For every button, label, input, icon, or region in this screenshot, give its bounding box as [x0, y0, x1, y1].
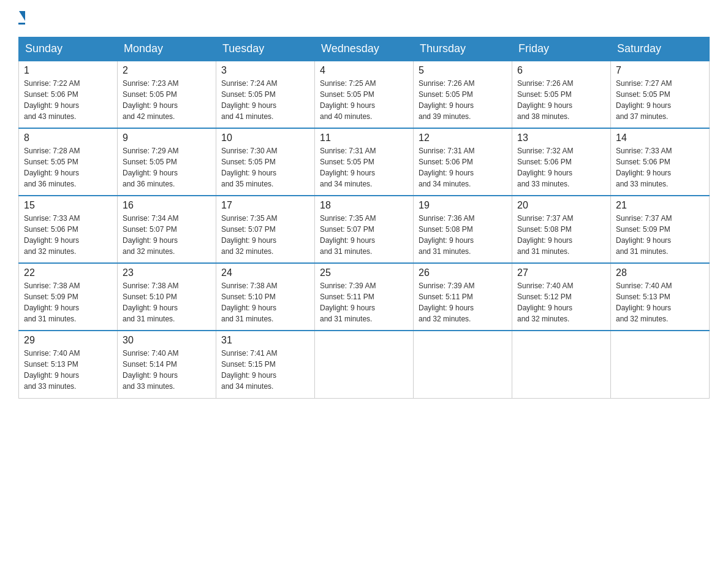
day-info: Sunrise: 7:24 AM Sunset: 5:05 PM Dayligh…: [221, 78, 309, 122]
day-info: Sunrise: 7:35 AM Sunset: 5:07 PM Dayligh…: [320, 213, 408, 257]
calendar-cell: 8 Sunrise: 7:28 AM Sunset: 5:05 PM Dayli…: [19, 128, 118, 196]
day-info: Sunrise: 7:40 AM Sunset: 5:13 PM Dayligh…: [616, 280, 704, 324]
calendar-cell: 27 Sunrise: 7:40 AM Sunset: 5:12 PM Dayl…: [512, 263, 611, 331]
day-info: Sunrise: 7:32 AM Sunset: 5:06 PM Dayligh…: [517, 145, 605, 190]
day-info: Sunrise: 7:38 AM Sunset: 5:09 PM Dayligh…: [24, 280, 112, 324]
day-number: 26: [419, 267, 507, 278]
calendar-cell: 14 Sunrise: 7:33 AM Sunset: 5:06 PM Dayl…: [611, 128, 710, 196]
calendar-cell: 21 Sunrise: 7:37 AM Sunset: 5:09 PM Dayl…: [611, 196, 710, 263]
day-info: Sunrise: 7:31 AM Sunset: 5:05 PM Dayligh…: [320, 145, 408, 190]
calendar-cell: 24 Sunrise: 7:38 AM Sunset: 5:10 PM Dayl…: [216, 263, 315, 331]
header-saturday: Saturday: [611, 37, 710, 61]
calendar-week-1: 1 Sunrise: 7:22 AM Sunset: 5:06 PM Dayli…: [19, 61, 710, 128]
day-info: Sunrise: 7:39 AM Sunset: 5:11 PM Dayligh…: [419, 280, 507, 324]
day-info: Sunrise: 7:31 AM Sunset: 5:06 PM Dayligh…: [419, 145, 507, 190]
day-info: Sunrise: 7:39 AM Sunset: 5:11 PM Dayligh…: [320, 280, 408, 324]
day-number: 20: [517, 200, 605, 211]
day-info: Sunrise: 7:26 AM Sunset: 5:05 PM Dayligh…: [419, 78, 507, 122]
day-info: Sunrise: 7:23 AM Sunset: 5:05 PM Dayligh…: [123, 78, 211, 122]
calendar-cell: 13 Sunrise: 7:32 AM Sunset: 5:06 PM Dayl…: [512, 128, 611, 196]
day-info: Sunrise: 7:37 AM Sunset: 5:09 PM Dayligh…: [616, 213, 704, 257]
calendar-week-3: 15 Sunrise: 7:33 AM Sunset: 5:06 PM Dayl…: [19, 196, 710, 263]
calendar-cell: 15 Sunrise: 7:33 AM Sunset: 5:06 PM Dayl…: [19, 196, 118, 263]
calendar-cell: 17 Sunrise: 7:35 AM Sunset: 5:07 PM Dayl…: [216, 196, 315, 263]
day-number: 21: [616, 200, 704, 211]
calendar-cell: 18 Sunrise: 7:35 AM Sunset: 5:07 PM Dayl…: [315, 196, 414, 263]
day-info: Sunrise: 7:40 AM Sunset: 5:12 PM Dayligh…: [517, 280, 605, 324]
day-info: Sunrise: 7:33 AM Sunset: 5:06 PM Dayligh…: [616, 145, 704, 190]
day-number: 24: [221, 267, 309, 278]
day-number: 16: [123, 200, 211, 211]
day-info: Sunrise: 7:35 AM Sunset: 5:07 PM Dayligh…: [221, 213, 309, 257]
calendar-week-2: 8 Sunrise: 7:28 AM Sunset: 5:05 PM Dayli…: [19, 128, 710, 196]
calendar-cell: 28 Sunrise: 7:40 AM Sunset: 5:13 PM Dayl…: [611, 263, 710, 331]
logo: [18, 12, 25, 25]
day-number: 30: [123, 335, 211, 346]
calendar-cell: 23 Sunrise: 7:38 AM Sunset: 5:10 PM Dayl…: [118, 263, 216, 331]
day-number: 29: [24, 335, 112, 346]
day-info: Sunrise: 7:29 AM Sunset: 5:05 PM Dayligh…: [123, 145, 211, 190]
header-sunday: Sunday: [19, 37, 118, 61]
calendar-cell: 7 Sunrise: 7:27 AM Sunset: 5:05 PM Dayli…: [611, 61, 710, 128]
day-info: Sunrise: 7:28 AM Sunset: 5:05 PM Dayligh…: [24, 145, 112, 190]
calendar-cell: 6 Sunrise: 7:26 AM Sunset: 5:05 PM Dayli…: [512, 61, 611, 128]
day-number: 14: [616, 132, 704, 144]
header-tuesday: Tuesday: [216, 37, 315, 61]
header-thursday: Thursday: [414, 37, 512, 61]
day-number: 9: [123, 132, 211, 144]
calendar-cell: 12 Sunrise: 7:31 AM Sunset: 5:06 PM Dayl…: [414, 128, 512, 196]
calendar-week-5: 29 Sunrise: 7:40 AM Sunset: 5:13 PM Dayl…: [19, 331, 710, 398]
day-number: 15: [24, 200, 112, 211]
calendar-cell: 16 Sunrise: 7:34 AM Sunset: 5:07 PM Dayl…: [118, 196, 216, 263]
calendar-cell: 26 Sunrise: 7:39 AM Sunset: 5:11 PM Dayl…: [414, 263, 512, 331]
calendar-cell: 29 Sunrise: 7:40 AM Sunset: 5:13 PM Dayl…: [19, 331, 118, 398]
logo-blue-part: [18, 12, 25, 25]
day-info: Sunrise: 7:40 AM Sunset: 5:14 PM Dayligh…: [123, 348, 211, 392]
day-info: Sunrise: 7:41 AM Sunset: 5:15 PM Dayligh…: [221, 348, 309, 392]
day-info: Sunrise: 7:26 AM Sunset: 5:05 PM Dayligh…: [517, 78, 605, 122]
day-info: Sunrise: 7:25 AM Sunset: 5:05 PM Dayligh…: [320, 78, 408, 122]
day-number: 27: [517, 267, 605, 278]
day-number: 12: [419, 132, 507, 144]
calendar-cell: 11 Sunrise: 7:31 AM Sunset: 5:05 PM Dayl…: [315, 128, 414, 196]
day-info: Sunrise: 7:22 AM Sunset: 5:06 PM Dayligh…: [24, 78, 112, 122]
logo-arrow-icon: [19, 11, 25, 21]
day-info: Sunrise: 7:27 AM Sunset: 5:05 PM Dayligh…: [616, 78, 704, 122]
day-info: Sunrise: 7:36 AM Sunset: 5:08 PM Dayligh…: [419, 213, 507, 257]
day-number: 18: [320, 200, 408, 211]
calendar-cell: 19 Sunrise: 7:36 AM Sunset: 5:08 PM Dayl…: [414, 196, 512, 263]
calendar-header-row: SundayMondayTuesdayWednesdayThursdayFrid…: [19, 37, 710, 61]
day-number: 3: [221, 65, 309, 76]
day-number: 25: [320, 267, 408, 278]
day-number: 19: [419, 200, 507, 211]
day-info: Sunrise: 7:38 AM Sunset: 5:10 PM Dayligh…: [221, 280, 309, 324]
day-number: 6: [517, 65, 605, 76]
day-number: 2: [123, 65, 211, 76]
calendar-cell: 20 Sunrise: 7:37 AM Sunset: 5:08 PM Dayl…: [512, 196, 611, 263]
day-number: 10: [221, 132, 309, 144]
header-wednesday: Wednesday: [315, 37, 414, 61]
day-number: 1: [24, 65, 112, 76]
calendar-cell: 25 Sunrise: 7:39 AM Sunset: 5:11 PM Dayl…: [315, 263, 414, 331]
page-header: [18, 12, 710, 25]
calendar-cell: 31 Sunrise: 7:41 AM Sunset: 5:15 PM Dayl…: [216, 331, 315, 398]
day-info: Sunrise: 7:40 AM Sunset: 5:13 PM Dayligh…: [24, 348, 112, 392]
day-number: 22: [24, 267, 112, 278]
calendar-cell: 5 Sunrise: 7:26 AM Sunset: 5:05 PM Dayli…: [414, 61, 512, 128]
day-number: 31: [221, 335, 309, 346]
logo-underline: [18, 23, 25, 25]
calendar-cell: 10 Sunrise: 7:30 AM Sunset: 5:05 PM Dayl…: [216, 128, 315, 196]
calendar-table: SundayMondayTuesdayWednesdayThursdayFrid…: [18, 37, 710, 399]
day-number: 7: [616, 65, 704, 76]
calendar-cell: 9 Sunrise: 7:29 AM Sunset: 5:05 PM Dayli…: [118, 128, 216, 196]
calendar-cell: [512, 331, 611, 398]
day-info: Sunrise: 7:30 AM Sunset: 5:05 PM Dayligh…: [221, 145, 309, 190]
day-number: 17: [221, 200, 309, 211]
day-number: 13: [517, 132, 605, 144]
calendar-cell: [611, 331, 710, 398]
calendar-cell: 30 Sunrise: 7:40 AM Sunset: 5:14 PM Dayl…: [118, 331, 216, 398]
calendar-cell: [315, 331, 414, 398]
day-number: 11: [320, 132, 408, 144]
day-info: Sunrise: 7:33 AM Sunset: 5:06 PM Dayligh…: [24, 213, 112, 257]
day-number: 28: [616, 267, 704, 278]
